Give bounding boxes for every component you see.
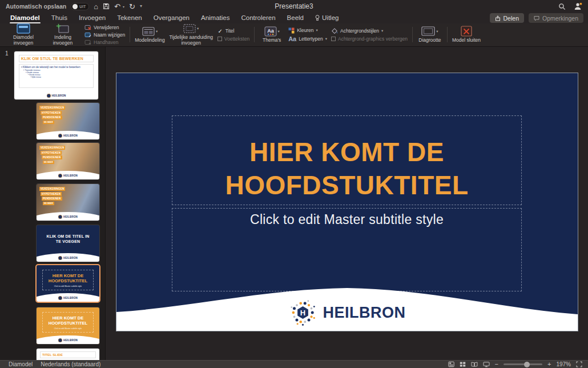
ribbon-group-layout: ▾ Modelindeling ▾ Tijdelijke aanduiding … [131,25,253,45]
title-placeholder[interactable]: HIER KOMT DE HOOFDSTUKTITEL [172,115,522,205]
reading-view-icon[interactable] [471,361,478,367]
tab-uitleg[interactable]: Uitleg [309,13,344,23]
ribbon-separator [254,27,255,42]
insert-slide-master-button[interactable]: Diamodel invoegen [6,23,41,46]
share-button[interactable]: Delen [490,13,524,23]
thumb-body: Klikken om de tekststijl van het model t… [19,64,94,88]
comments-button[interactable]: Opmerkingen [529,13,583,23]
zoom-slider-knob[interactable] [524,362,530,367]
save-icon[interactable] [103,3,110,10]
editor-canvas: HIER KOMT DE HOOFDSTUKTITEL Click to edi… [106,47,588,360]
zoom-in-button[interactable]: + [547,361,551,367]
toggle-knob-icon [73,4,78,9]
slide-sorter-icon[interactable] [460,361,466,367]
close-master-icon [461,26,472,37]
thumbnail-chapter-dark-selected[interactable]: HIER KOMT DE HOOFDSTUKTITEL Click to edi… [37,265,99,302]
autosave-toggle[interactable]: UIT [71,3,89,10]
comment-icon [534,15,539,21]
thumbnail-chapter-orange[interactable]: HIER KOMT DE HOOFDSTUKTITEL Click to edi… [37,307,99,344]
insert-layout-icon [56,23,70,34]
heilbron-logo-mini: HEILBRON [46,94,66,98]
heilbron-logo-mini: HEILBRON [58,256,78,260]
redo-icon[interactable]: ↻ [129,3,135,10]
zoom-slider[interactable] [504,363,542,365]
slide-number: 1 [5,50,9,57]
dropdown-icon: ▾ [278,29,280,34]
heilbron-logo: H HEILBRON [289,298,406,327]
thumbnail-sidebar: 1 KLIK OM STIJL TE BEWERKEN Klikken om d… [0,47,106,360]
zoom-level[interactable]: 197% [556,361,571,367]
tab-tekenen[interactable]: Tekenen [111,13,147,23]
tab-animaties[interactable]: Animaties [195,13,236,23]
thumbnail-photo-layout-2[interactable]: VERZEKERINGEN HYPOTHEKEN PENSIOENEN EN M… [37,143,99,179]
ribbon-separator [130,27,130,42]
themes-button[interactable]: Aa ▾ Thema's [259,26,284,43]
tab-thuis[interactable]: Thuis [46,13,73,23]
dropdown-icon: ▾ [156,29,158,34]
heilbron-wordmark: HEILBRON [323,304,406,322]
undo-icon[interactable]: ↶ [114,3,120,10]
customize-toolbar-icon[interactable]: ▾ [140,4,142,9]
slide-size-button[interactable]: ▾ Diagrootte [417,26,442,43]
search-icon[interactable] [558,3,566,10]
master-layout-button[interactable]: ▾ Modelindeling [135,26,164,43]
logo-ring-icon [58,134,62,138]
ribbon-group-theme: Aa ▾ Thema's Kleuren ▾ Aa Lettertypen ▾ [256,25,411,45]
fonts-menu-button[interactable]: Aa Lettertypen ▾ [288,35,327,42]
tab-invoegen[interactable]: Invoegen [73,13,111,23]
powerpoint-window: Automatisch opslaan UIT ⌂ ↶ ▾ ↻ ▾ Presen… [0,0,588,368]
autosave-state: UIT [79,5,86,9]
thumb-title: KLIK OM STIJL TE BEWERKEN [19,55,94,62]
hide-background-graphics-checkbox[interactable]: Achtergrond-graphics verbergen [331,36,408,42]
checkbox-checked-icon: ✓ [218,28,223,34]
normal-view-icon[interactable] [448,361,454,367]
preserve-button[interactable]: Handhaven [84,39,125,45]
slide-canvas[interactable]: HIER KOMT DE HOOFDSTUKTITEL Click to edi… [116,73,578,331]
themes-icon: Aa [264,26,277,37]
ribbon-group-close: Model sluiten [449,25,484,45]
heilbron-logo-icon: H [289,298,317,327]
heilbron-logo-mini: HEILBRON [58,296,78,300]
fit-to-window-icon[interactable] [576,361,582,367]
undo-dropdown-icon[interactable]: ▾ [123,5,124,9]
tab-controleren[interactable]: Controleren [236,13,281,23]
fonts-icon: Aa [288,35,296,42]
thumbnail-title-slide-partial[interactable]: TITEL SLIDE [37,349,99,360]
dropdown-icon: ▾ [197,26,199,31]
insert-placeholder-icon [183,24,196,33]
heilbron-logo-mini: HEILBRON [58,174,78,178]
slide-title-text: HIER KOMT DE HOOFDSTUKTITEL [172,136,521,205]
insert-placeholder-button[interactable]: ▾ Tijdelijke aanduiding invoegen [169,23,214,46]
tab-diamodel[interactable]: Diamodel [5,13,46,23]
statusbar-language[interactable]: Nederlands (standaard) [41,361,100,367]
footers-checkbox[interactable]: Voetteksten [218,36,249,42]
slide-size-icon [421,26,435,36]
account-avatar[interactable] [574,2,582,10]
insert-layout-button[interactable]: Indeling invoegen [45,23,80,46]
thumbnail-title-layout[interactable]: KLIK OM DE TITEL IN TE VOEGEN HEILBRON [37,225,99,262]
close-master-button[interactable]: Model sluiten [452,26,481,43]
rename-button[interactable]: Naam wijzigen [84,32,125,38]
heilbron-logo-mini: HEILBRON [58,338,78,342]
home-icon[interactable]: ⌂ [94,3,98,10]
ribbon-tabs: Diamodel Thuis Invoegen Tekenen Overgang… [5,13,344,23]
title-checkbox[interactable]: ✓ Titel [218,28,249,34]
thumbnail-master[interactable]: KLIK OM STIJL TE BEWERKEN Klikken om de … [14,51,98,99]
tab-overgangen[interactable]: Overgangen [148,13,195,23]
share-icon [495,15,501,21]
ribbon-separator [412,27,413,42]
checkbox-unchecked-icon [218,37,222,41]
background-styles-button[interactable]: Achtergrondstijlen ▾ [331,28,408,34]
master-layout-icon [142,27,155,36]
subtitle-placeholder[interactable]: Click to edit Master subtitle style [172,208,522,291]
zoom-out-button[interactable]: − [495,361,498,367]
statusbar-view-name[interactable]: Diamodel [9,361,33,367]
logo-ring-icon [58,256,62,260]
tab-beeld[interactable]: Beeld [281,13,309,23]
thumbnail-photo-layout-1[interactable]: VERZEKERINGEN HYPOTHEKEN PENSIOENEN EN M… [37,103,99,139]
svg-text:H: H [300,309,305,317]
colors-menu-button[interactable]: Kleuren ▾ [288,27,327,34]
delete-button[interactable]: Verwijderen [84,25,125,30]
slideshow-icon[interactable] [483,361,490,367]
thumbnail-photo-layout-3[interactable]: VERZEKERINGEN HYPOTHEKEN PENSIOENEN EN M… [37,184,99,221]
